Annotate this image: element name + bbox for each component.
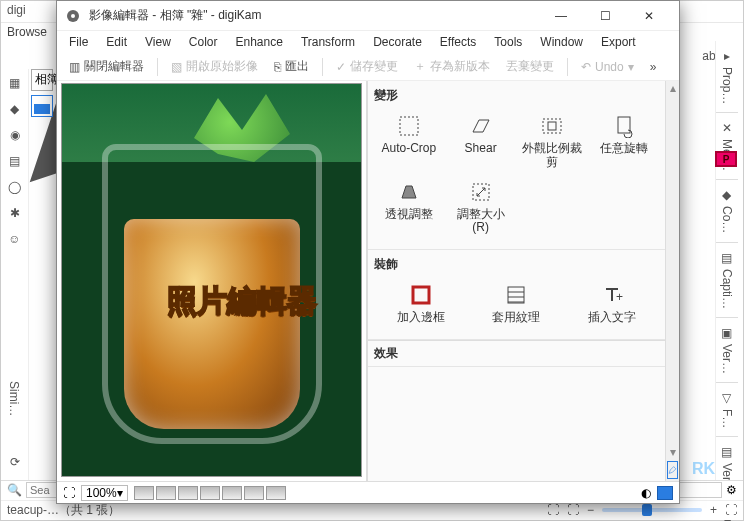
autocrop-icon bbox=[397, 114, 421, 138]
bg-status-text: teacup-…（共 1 張） bbox=[7, 502, 120, 519]
menu-window[interactable]: Window bbox=[532, 33, 591, 51]
thumb-3[interactable] bbox=[178, 486, 198, 500]
fit-icon[interactable]: ⛶ bbox=[725, 503, 737, 517]
shear-icon bbox=[469, 114, 493, 138]
toolbar-overflow[interactable]: » bbox=[644, 58, 663, 76]
menu-export[interactable]: Export bbox=[593, 33, 644, 51]
tool-autocrop[interactable]: Auto-Crop bbox=[374, 110, 444, 174]
tool-insert-text[interactable]: +插入文字 bbox=[565, 279, 659, 329]
menu-color[interactable]: Color bbox=[181, 33, 226, 51]
thumb-1[interactable] bbox=[134, 486, 154, 500]
menu-effects[interactable]: Effects bbox=[432, 33, 484, 51]
editor-title-bar[interactable]: 影像編輯器 - 相簿 "雜" - digiKam — ☐ ✕ bbox=[57, 1, 679, 31]
separator bbox=[322, 58, 323, 76]
perspective-icon bbox=[397, 180, 421, 204]
svg-rect-5 bbox=[618, 117, 630, 133]
exposure-thumbs bbox=[134, 486, 286, 500]
maximize-button[interactable]: ☐ bbox=[583, 2, 627, 30]
right-tab-co[interactable]: ◆Co… bbox=[716, 180, 738, 242]
menu-enhance[interactable]: Enhance bbox=[228, 33, 291, 51]
gear-icon[interactable]: ⚙ bbox=[726, 483, 737, 497]
face-icon[interactable]: ☺ bbox=[7, 231, 23, 247]
effects-header[interactable]: 效果 bbox=[368, 340, 665, 367]
search-icon: 🔍 bbox=[7, 483, 22, 497]
save-button[interactable]: ✓ 儲存變更 bbox=[330, 56, 404, 77]
calendar-icon[interactable]: ▤ bbox=[7, 153, 23, 169]
right-tab-f[interactable]: ▽F… bbox=[716, 383, 738, 437]
menu-tools[interactable]: Tools bbox=[486, 33, 530, 51]
minus-icon[interactable]: − bbox=[587, 503, 594, 517]
zoom-slider[interactable] bbox=[602, 508, 702, 512]
thumb-5[interactable] bbox=[222, 486, 242, 500]
zoom-value[interactable]: 100% ▾ bbox=[81, 485, 128, 501]
minimize-button[interactable]: — bbox=[539, 2, 583, 30]
decorate-group: 裝飾 加入邊框 套用紋理 +插入文字 bbox=[368, 250, 665, 340]
fit-icon[interactable]: ⛶ bbox=[63, 486, 75, 500]
thumb-6[interactable] bbox=[244, 486, 264, 500]
thumb-7[interactable] bbox=[266, 486, 286, 500]
tool-shear[interactable]: Shear bbox=[446, 110, 516, 174]
svg-rect-8 bbox=[508, 287, 524, 303]
editor-status-bar: ⛶ 100% ▾ ◐ bbox=[57, 481, 679, 503]
check-icon: ✓ bbox=[336, 60, 346, 74]
freerotate-icon bbox=[612, 114, 636, 138]
thumb-4[interactable] bbox=[200, 486, 220, 500]
resize-icon bbox=[469, 180, 493, 204]
editor-toolbar: ▥ 關閉編輯器 ▧ 開啟原始影像 ⎘ 匯出 ✓ 儲存變更 ＋ 存為新版本 丟棄變… bbox=[57, 53, 679, 81]
menu-decorate[interactable]: Decorate bbox=[365, 33, 430, 51]
atom-icon[interactable]: ✱ bbox=[7, 205, 23, 221]
window-controls: — ☐ ✕ bbox=[539, 2, 671, 30]
right-tab-ver[interactable]: ▣Ver… bbox=[716, 318, 738, 383]
texture-icon bbox=[504, 283, 528, 307]
side-panel: 變形 Auto-Crop Shear 外觀比例裁剪 任意旋轉 透視調整 調整大小… bbox=[367, 81, 679, 481]
eye-icon[interactable]: ◉ bbox=[7, 127, 23, 143]
bg-left-tab-simi[interactable]: Simi… bbox=[7, 381, 21, 416]
open-original-button[interactable]: ▧ 開啟原始影像 bbox=[165, 56, 264, 77]
crop2-icon[interactable]: ⛶ bbox=[567, 503, 579, 517]
globe-icon[interactable]: ◯ bbox=[7, 179, 23, 195]
aspectcrop-icon bbox=[540, 114, 564, 138]
border-icon bbox=[409, 283, 433, 307]
save-as-new-button[interactable]: ＋ 存為新版本 bbox=[408, 56, 496, 77]
close-button[interactable]: ✕ bbox=[627, 2, 671, 30]
tag-icon[interactable]: ◆ bbox=[7, 101, 23, 117]
right-tab-prop[interactable]: ▸Prop… bbox=[716, 41, 738, 113]
bg-right-rail: ▸Prop… ✕Met… ◆Co… ▤Capti… ▣Ver… ▽F… ▤Ver… bbox=[715, 41, 743, 496]
image-preview[interactable] bbox=[61, 83, 362, 477]
menu-transform[interactable]: Transform bbox=[293, 33, 363, 51]
menu-file[interactable]: File bbox=[61, 33, 96, 51]
transform-title: 變形 bbox=[374, 87, 659, 104]
close-editor-button[interactable]: ▥ 關閉編輯器 bbox=[63, 56, 150, 77]
tool-aspect-crop[interactable]: 外觀比例裁剪 bbox=[518, 110, 588, 174]
text-icon: + bbox=[600, 283, 624, 307]
menu-edit[interactable]: Edit bbox=[98, 33, 135, 51]
panel-scrollbar[interactable]: ▴ ▾ bbox=[665, 81, 679, 481]
right-tab-capti[interactable]: ▤Capti… bbox=[716, 243, 738, 318]
thumb-2[interactable] bbox=[156, 486, 176, 500]
right-tab-meta[interactable]: ✕Met… bbox=[716, 113, 738, 180]
tool-resize[interactable]: 調整大小 (R) bbox=[446, 176, 516, 240]
svg-rect-3 bbox=[543, 119, 561, 133]
tool-apply-texture[interactable]: 套用紋理 bbox=[470, 279, 564, 329]
export-button[interactable]: ⎘ 匯出 bbox=[268, 56, 315, 77]
canvas-area[interactable]: 照片編輯器 bbox=[57, 81, 367, 481]
discard-button[interactable]: 丟棄變更 bbox=[500, 56, 560, 77]
crop-icon[interactable]: ⛶ bbox=[547, 503, 559, 517]
undo-button[interactable]: ↶ Undo ▾ bbox=[575, 58, 640, 76]
svg-rect-2 bbox=[400, 117, 418, 135]
contrast-icon[interactable]: ◐ bbox=[641, 486, 651, 500]
watermark: RK bbox=[692, 460, 715, 478]
plus-icon[interactable]: + bbox=[710, 503, 717, 517]
decorate-title: 裝飾 bbox=[374, 256, 659, 273]
tool-add-border[interactable]: 加入邊框 bbox=[374, 279, 468, 329]
color-icon[interactable] bbox=[657, 486, 673, 500]
tool-free-rotate[interactable]: 任意旋轉 bbox=[589, 110, 659, 174]
tool-perspective[interactable]: 透視調整 bbox=[374, 176, 444, 240]
svg-rect-7 bbox=[413, 287, 429, 303]
refresh-icon[interactable]: ⟳ bbox=[7, 454, 23, 470]
image-icon[interactable]: ▦ bbox=[7, 75, 23, 91]
color-swatch[interactable]: P bbox=[715, 151, 737, 167]
menu-view[interactable]: View bbox=[137, 33, 179, 51]
bg-thumb-tab-2[interactable] bbox=[31, 95, 53, 117]
edit-tools-icon[interactable] bbox=[667, 461, 678, 479]
